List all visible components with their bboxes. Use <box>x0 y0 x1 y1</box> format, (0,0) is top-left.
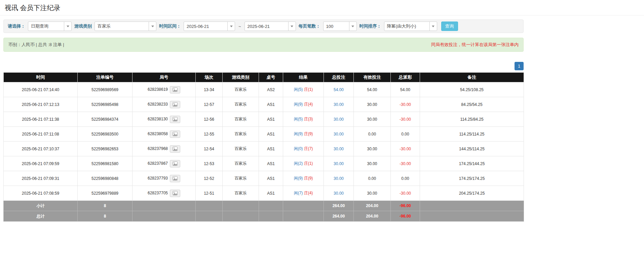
round-cell: 628237968 <box>132 142 196 156</box>
total-bet-cell: 30.00 <box>324 127 354 142</box>
time-cell: 2025-06-21 07:14:40 <box>4 82 78 97</box>
game-type-select[interactable]: 百家乐 <box>94 22 156 31</box>
total-bet-link[interactable]: 30.00 <box>334 147 344 151</box>
chevron-down-icon <box>227 22 235 31</box>
bet-id-cell: 522596984374 <box>78 112 132 127</box>
pagination: 1 <box>3 62 524 70</box>
column-header: 备注 <box>420 73 524 82</box>
total-bet-link[interactable]: 30.00 <box>334 161 344 166</box>
valid-bet-notice-text: 同局有效投注，统一计算在该局第一张注单内 <box>431 42 519 48</box>
time-cell: 2025-06-21 07:09:59 <box>4 156 78 171</box>
total-bet-link[interactable]: 30.00 <box>334 176 344 181</box>
payout-cell: 54.00 <box>391 82 420 97</box>
total-bet-link[interactable]: 54.00 <box>334 87 344 92</box>
sort-order-select[interactable]: 降冪(由大到小) <box>384 22 437 31</box>
total-bet-cell: 30.00 <box>324 171 354 186</box>
session-cell: 12-51 <box>196 186 223 201</box>
total-bet-link[interactable]: 30.00 <box>334 117 344 122</box>
round-cell: 628238233 <box>132 97 196 112</box>
query-type-value: 日期查询 <box>28 23 51 29</box>
game-type-cell: 百家乐 <box>223 97 259 112</box>
chevron-down-icon <box>149 22 156 31</box>
round-snapshot-button[interactable] <box>170 101 180 108</box>
round-cell: 628238058 <box>132 127 196 142</box>
result-cell: 闲(7) 庄(4) <box>283 186 324 201</box>
sort-order-label: 时间排序： <box>359 23 381 29</box>
banker-result: 庄(1) <box>304 161 313 166</box>
banker-result: 庄(3) <box>304 117 313 121</box>
session-cell: 12-54 <box>196 142 223 156</box>
total-bet-cell: 30.00 <box>324 97 354 112</box>
page-button-1[interactable]: 1 <box>515 62 524 70</box>
date-to-select[interactable]: 2025-06-21 <box>244 22 296 31</box>
round-cell: 628238130 <box>132 112 196 127</box>
search-button[interactable]: 查询 <box>441 22 458 31</box>
game-type-cell: 百家乐 <box>223 112 259 127</box>
total-bet-cell: 30.00 <box>324 112 354 127</box>
round-snapshot-button[interactable] <box>170 116 180 123</box>
banker-result: 庄(4) <box>304 191 313 195</box>
total-bet-link[interactable]: 30.00 <box>334 132 344 137</box>
player-result: 闲(5) <box>294 117 303 121</box>
bet-id-cell: 522596982653 <box>78 142 132 156</box>
bet-id-cell: 522596985498 <box>78 97 132 112</box>
time-cell: 2025-06-21 07:12:13 <box>4 97 78 112</box>
round-id: 628238130 <box>148 117 168 121</box>
column-header: 有效投注 <box>354 73 391 82</box>
valid-bet-cell: 30.00 <box>354 142 391 156</box>
empty-cell <box>283 211 324 222</box>
game-type-label: 游戏类别 <box>74 23 92 29</box>
round-snapshot-button[interactable] <box>170 86 180 93</box>
banker-result: 庄(1) <box>304 87 313 92</box>
total-valid-bet: 204.00 <box>354 211 391 222</box>
round-snapshot-button[interactable] <box>170 175 180 182</box>
date-from-value: 2025-06-21 <box>184 24 212 29</box>
round-id: 628237705 <box>148 191 168 195</box>
column-header: 注单编号 <box>78 73 132 82</box>
bet-id-cell: 522596981580 <box>78 156 132 171</box>
date-from-select[interactable]: 2025-06-21 <box>184 22 235 31</box>
total-count: 8 <box>78 211 132 222</box>
total-bet-link[interactable]: 30.00 <box>334 102 344 107</box>
note-cell: 174.25/144.25 <box>420 156 524 171</box>
banker-result: 庄(9) <box>304 131 313 136</box>
query-type-select[interactable]: 日期查询 <box>28 22 72 31</box>
total-bet-cell: 30.00 <box>324 156 354 171</box>
total-row: 总计 8 264.00 204.00 -96.00 <box>4 211 524 222</box>
valid-bet-cell: 0.00 <box>354 127 391 142</box>
round-snapshot-button[interactable] <box>170 190 180 197</box>
round-snapshot-button[interactable] <box>170 145 180 153</box>
empty-cell <box>196 201 223 211</box>
round-snapshot-button[interactable] <box>170 130 180 138</box>
payout-cell: -30.00 <box>391 186 420 201</box>
session-cell: 12-56 <box>196 112 223 127</box>
game-type-value: 百家乐 <box>95 23 113 29</box>
column-header: 场次 <box>196 73 223 82</box>
time-cell: 2025-06-21 07:10:37 <box>4 142 78 156</box>
page-size-select[interactable]: 100 <box>323 22 357 31</box>
round-cell: 628238619 <box>132 82 196 97</box>
note-cell: 204.25/174.25 <box>420 186 524 201</box>
player-result: 闲(2) <box>294 161 303 166</box>
page-size-value: 100 <box>324 24 336 29</box>
player-result: 闲(5) <box>294 87 303 92</box>
empty-cell <box>223 211 259 222</box>
content-container: 请选择： 日期查询 游戏类别 百家乐 时间区间： 2025-06-21 ~ 20… <box>3 20 524 222</box>
note-cell: 144.25/114.25 <box>420 142 524 156</box>
player-result: 闲(9) <box>294 102 303 107</box>
round-cell: 628237793 <box>132 171 196 186</box>
round-id: 628238619 <box>148 87 168 92</box>
subtotal-valid-bet: 204.00 <box>354 201 391 211</box>
payout-cell: -30.00 <box>391 142 420 156</box>
round-snapshot-button[interactable] <box>170 160 180 167</box>
empty-cell <box>223 201 259 211</box>
column-header: 局号 <box>132 73 196 82</box>
round-id: 628237968 <box>148 146 168 151</box>
total-bet-link[interactable]: 30.00 <box>334 191 344 196</box>
note-cell: 174.25/174.25 <box>420 171 524 186</box>
note-cell: 84.25/54.25 <box>420 97 524 112</box>
time-cell: 2025-06-21 07:11:38 <box>4 112 78 127</box>
total-bet-cell: 30.00 <box>324 142 354 156</box>
chevron-down-icon <box>349 22 356 31</box>
bet-id-cell: 522596980848 <box>78 171 132 186</box>
